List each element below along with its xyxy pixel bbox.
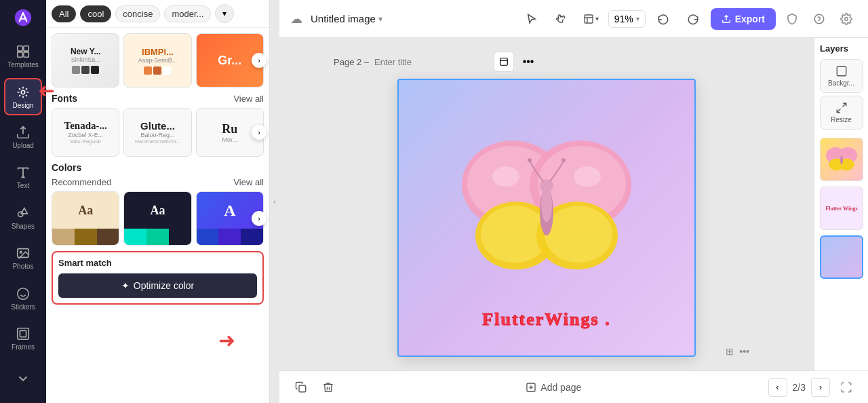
add-page-label: Add page [540,382,581,393]
help-icon-btn[interactable] [808,8,830,30]
optimize-color-btn[interactable]: ✦ Optimize color [58,273,257,298]
left-sidebar: Templates Design Upload Text Shapes Phot… [0,0,46,403]
export-btn[interactable]: Export [711,8,776,30]
delete-page-btn[interactable] [317,377,339,398]
smart-match-title: Smart match [58,258,257,268]
swatch [153,66,161,75]
filter-tab-cool[interactable]: cool [80,5,111,22]
svg-point-5 [21,90,25,94]
sidebar-item-frames[interactable]: Frames [4,320,42,357]
color-swatch [97,229,119,245]
settings-icon-btn[interactable] [835,8,857,30]
svg-rect-15 [500,58,508,66]
recommended-label: Recommended [52,177,111,187]
sidebar-item-templates[interactable]: Templates [4,38,42,75]
zoom-control[interactable]: 91% ▾ [608,10,646,28]
page-next-btn[interactable]: › [811,378,830,397]
svg-rect-10 [18,328,29,340]
page-prev-btn[interactable]: ‹ [768,378,787,397]
layer-item-2[interactable]: Flutter Wings [820,187,863,230]
color-card-1[interactable]: Aa [52,191,119,246]
template-card-1-title: New Y... [71,47,100,56]
copy-page-btn[interactable] [290,377,312,398]
svg-rect-3 [18,52,22,57]
swatch [144,66,152,75]
sidebar-item-shapes[interactable]: Shapes [4,199,42,236]
background-tool-btn[interactable]: Backgr... [820,59,863,93]
template-cards-next-btn[interactable]: › [252,53,267,68]
canvas-text: FlutterWings . [482,309,610,330]
sidebar-item-photos-label: Photos [12,263,33,270]
color-swatch [169,229,191,245]
shield-icon-btn[interactable] [781,8,803,30]
svg-point-30 [574,166,601,187]
sidebar-item-templates-label: Templates [7,61,39,69]
sidebar-item-design-label: Design [12,102,33,109]
sidebar-item-text-label: Text [17,182,29,189]
document-title[interactable]: Untitled image ▾ [311,13,382,24]
swatch [81,66,90,74]
page-more-btn[interactable]: ••• [518,52,538,72]
font-cards-next-btn[interactable]: › [252,125,267,140]
svg-rect-11 [20,330,26,337]
bottom-bar: Add page ‹ 2/3 › [279,370,868,403]
template-card-1[interactable]: New Y... SinkinSa... [52,33,119,88]
sidebar-item-shapes-label: Shapes [12,223,35,230]
optimize-icon: ✦ [121,280,130,291]
svg-point-27 [528,158,532,162]
color-card-2[interactable]: Aa [123,191,191,246]
sidebar-item-upload[interactable]: Upload [4,118,42,155]
font-card-1-main: Tenada-... [64,120,107,132]
page-display-btn[interactable] [494,52,514,72]
color-cards-next-btn[interactable]: › [252,211,267,226]
layout-tool-btn[interactable]: ▾ [579,7,603,31]
undo-btn[interactable] [651,7,675,31]
template-card-2[interactable]: IBMPl... Asap-SemiB... [123,33,191,88]
canvas-page[interactable]: FlutterWings . [397,79,696,357]
panel-collapse-btn[interactable]: ‹ [270,0,279,403]
canvas-corner-more-icon[interactable]: ••• [739,346,749,357]
colors-view-all[interactable]: View all [233,177,264,187]
sidebar-item-more[interactable] [4,360,42,398]
filter-tab-all[interactable]: All [52,5,76,22]
svg-point-29 [492,166,519,187]
filter-tab-concise[interactable]: concise [115,5,160,22]
pan-tool-btn[interactable] [549,7,574,31]
add-page-btn[interactable]: Add page [517,378,589,397]
sidebar-item-stickers[interactable]: Stickers [4,280,42,317]
filter-tab-modern[interactable]: moder... [164,5,211,22]
resize-tool-btn[interactable]: Resize [820,96,863,130]
layer-item-3[interactable] [820,235,863,279]
sidebar-item-design[interactable]: Design [4,78,42,115]
svg-rect-12 [585,15,593,23]
fullscreen-btn[interactable] [835,377,857,398]
font-card-2[interactable]: Glute... Baloo-Reg... HammersmithOn... [123,108,191,157]
filter-more-btn[interactable]: ▾ [215,4,234,23]
fonts-view-all[interactable]: View all [233,94,264,104]
sidebar-item-stickers-label: Stickers [11,303,35,311]
sidebar-item-frames-label: Frames [12,343,35,351]
font-card-1[interactable]: Tenada-... Zocbel X-E... Stilu-Regular [52,108,119,157]
page-nav: ‹ 2/3 › [768,378,830,397]
zoom-value: 91% [614,14,633,24]
svg-point-36 [840,156,843,165]
app-logo[interactable] [11,5,35,30]
color-card-2-preview: Aa [124,192,191,229]
template-card-2-title: IBMPl... [142,47,174,57]
filter-tabs: All cool concise moder... ▾ [46,0,269,28]
color-swatch [124,229,146,245]
page-title-input[interactable] [374,57,488,67]
redo-btn[interactable] [681,7,705,31]
layer-item-1[interactable] [820,138,863,181]
font-card-3-sub: Mor... [222,136,238,143]
svg-rect-1 [18,46,22,51]
svg-point-28 [561,158,566,162]
sidebar-item-photos[interactable]: Photos [4,239,42,277]
color-swatch [52,229,75,245]
sidebar-item-text[interactable]: Text [4,159,42,196]
font-card-2-main: Glute... [140,120,175,132]
top-bar: ☁ Untitled image ▾ ▾ [279,0,868,38]
canvas-corner-icon[interactable]: ⊞ [726,346,734,357]
svg-rect-37 [299,385,306,392]
select-tool-btn[interactable] [519,7,544,31]
